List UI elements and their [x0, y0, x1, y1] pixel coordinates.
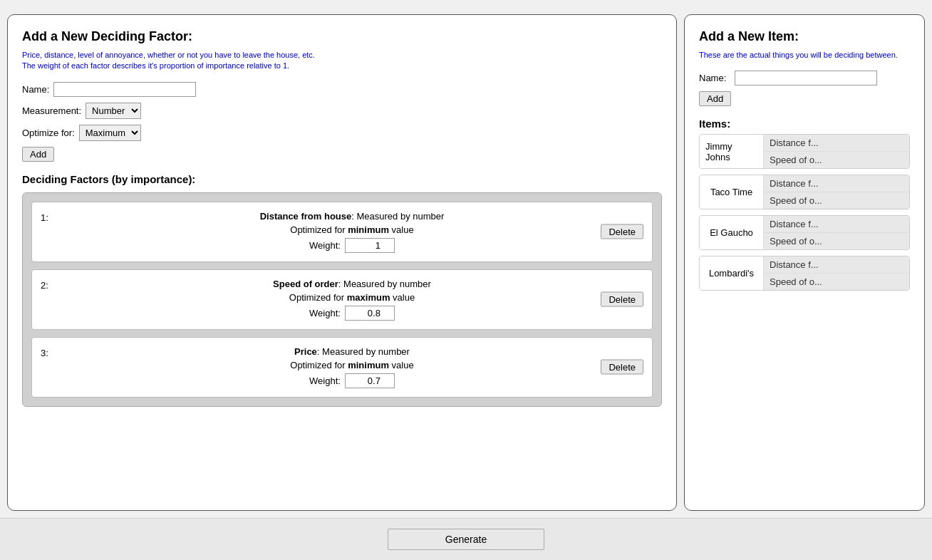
factor-measurement-3: Measured by number [322, 346, 410, 357]
factor-optimized-3: Optimized for minimum value [290, 360, 413, 370]
factor-card-1: 1: Distance from house: Measured by numb… [31, 202, 653, 262]
item-card-taco-time: Taco Time Distance f... Speed of o... [699, 175, 910, 209]
factor-number-2: 2: [41, 280, 48, 291]
item-factor-speed-jimmy-johns[interactable]: Speed of o... [764, 152, 909, 168]
factors-container: 1: Distance from house: Measured by numb… [22, 192, 662, 407]
factors-section-title: Deciding Factors (by importance): [22, 173, 662, 185]
factor-weight-row-1: Weight: [309, 238, 395, 253]
left-panel: Add a New Deciding Factor: Price, distan… [7, 14, 677, 511]
right-panel: Add a New Item: These are the actual thi… [684, 14, 925, 511]
weight-label-3: Weight: [309, 375, 341, 386]
main-layout: Add a New Deciding Factor: Price, distan… [0, 0, 932, 560]
factor-optimize-value-1: minimum [348, 224, 389, 235]
add-factor-button[interactable]: Add [22, 147, 54, 162]
measurement-label: Measurement: [22, 105, 81, 116]
factor-title-2: Speed of order: Measured by number [273, 279, 431, 289]
weight-input-2[interactable] [345, 306, 395, 321]
factor-weight-row-2: Weight: [309, 306, 395, 321]
factor-content-2: Speed of order: Measured by number Optim… [63, 279, 641, 321]
name-row: Name: [22, 82, 662, 97]
factor-weight-row-3: Weight: [309, 373, 395, 388]
delete-button-3[interactable]: Delete [601, 360, 643, 375]
items-container: Jimmy Johns Distance f... Speed of o... … [699, 134, 910, 296]
factor-measurement-2: Measured by number [343, 279, 431, 289]
panels-row: Add a New Deciding Factor: Price, distan… [0, 0, 932, 518]
factor-name-1: Distance from house [260, 211, 352, 222]
item-factor-distance-jimmy-johns[interactable]: Distance f... [764, 135, 909, 152]
factor-title-3: Price: Measured by number [294, 346, 410, 357]
bottom-bar: Generate [0, 518, 932, 560]
factor-content-1: Distance from house: Measured by number … [63, 211, 641, 253]
optimize-select[interactable]: Maximum Minimum [79, 125, 141, 141]
delete-button-2[interactable]: Delete [601, 292, 643, 307]
measurement-row: Measurement: Number Scale Boolean [22, 103, 662, 119]
subtitle-line2: The weight of each factor describes it's… [22, 61, 289, 70]
item-factors-el-gaucho: Distance f... Speed of o... [764, 216, 909, 249]
factor-optimize-value-2: maximum [347, 292, 390, 303]
factor-optimize-value-3: minimum [348, 360, 389, 370]
subtitle-line1: Price, distance, level of annoyance, whe… [22, 51, 315, 59]
weight-input-3[interactable] [345, 373, 395, 388]
factor-name-3: Price [294, 346, 317, 357]
item-factor-speed-el-gaucho[interactable]: Speed of o... [764, 233, 909, 249]
factor-optimized-1: Optimized for minimum value [290, 224, 413, 235]
item-card-lombardis: Lombardi's Distance f... Speed of o... [699, 256, 910, 291]
factor-number-1: 1: [41, 212, 48, 223]
item-factors-jimmy-johns: Distance f... Speed of o... [764, 135, 909, 168]
optimize-label: Optimize for: [22, 128, 75, 138]
factor-measurement-1: Measured by number [356, 211, 444, 222]
measurement-select[interactable]: Number Scale Boolean [86, 103, 141, 119]
factor-card-2: 2: Speed of order: Measured by number Op… [31, 269, 653, 330]
add-btn-row: Add [22, 147, 662, 162]
item-factor-distance-lombardis[interactable]: Distance f... [764, 256, 909, 274]
item-factor-speed-taco-time[interactable]: Speed of o... [764, 192, 909, 209]
factor-content-3: Price: Measured by number Optimized for … [63, 346, 641, 388]
weight-label-1: Weight: [309, 240, 341, 251]
optimize-row: Optimize for: Maximum Minimum [22, 125, 662, 141]
item-card-el-gaucho: El Gaucho Distance f... Speed of o... [699, 215, 910, 250]
factor-card-3: 3: Price: Measured by number Optimized f… [31, 337, 653, 398]
item-factors-taco-time: Distance f... Speed of o... [764, 175, 909, 209]
generate-button[interactable]: Generate [388, 529, 544, 550]
weight-label-2: Weight: [309, 308, 341, 318]
right-name-label: Name: [699, 73, 726, 83]
item-name-el-gaucho: El Gaucho [700, 216, 764, 249]
item-factor-distance-el-gaucho[interactable]: Distance f... [764, 216, 909, 233]
name-label: Name: [22, 84, 49, 95]
factor-optimized-2: Optimized for maximum value [289, 292, 415, 303]
item-name-taco-time: Taco Time [700, 175, 764, 209]
factor-name-2: Speed of order [273, 279, 338, 289]
right-add-btn-row: Add [699, 91, 910, 106]
factor-number-3: 3: [41, 348, 48, 358]
factor-title-1: Distance from house: Measured by number [260, 211, 445, 222]
delete-button-1[interactable]: Delete [601, 224, 643, 239]
items-label: Items: [699, 118, 910, 130]
left-panel-title: Add a New Deciding Factor: [22, 29, 662, 44]
item-factor-speed-lombardis[interactable]: Speed of o... [764, 274, 909, 290]
left-panel-subtitle: Price, distance, level of annoyance, whe… [22, 50, 662, 72]
item-factors-lombardis: Distance f... Speed of o... [764, 256, 909, 290]
add-item-button[interactable]: Add [699, 91, 731, 106]
right-panel-subtitle: These are the actual things you will be … [699, 50, 910, 61]
name-input[interactable] [53, 82, 196, 97]
right-name-row: Name: [699, 71, 910, 85]
item-factor-distance-taco-time[interactable]: Distance f... [764, 175, 909, 192]
weight-input-1[interactable] [345, 238, 395, 253]
item-name-jimmy-johns: Jimmy Johns [700, 135, 764, 168]
item-name-lombardis: Lombardi's [700, 256, 764, 290]
right-panel-title: Add a New Item: [699, 29, 910, 44]
right-name-input[interactable] [735, 71, 877, 85]
item-card-jimmy-johns: Jimmy Johns Distance f... Speed of o... [699, 134, 910, 169]
